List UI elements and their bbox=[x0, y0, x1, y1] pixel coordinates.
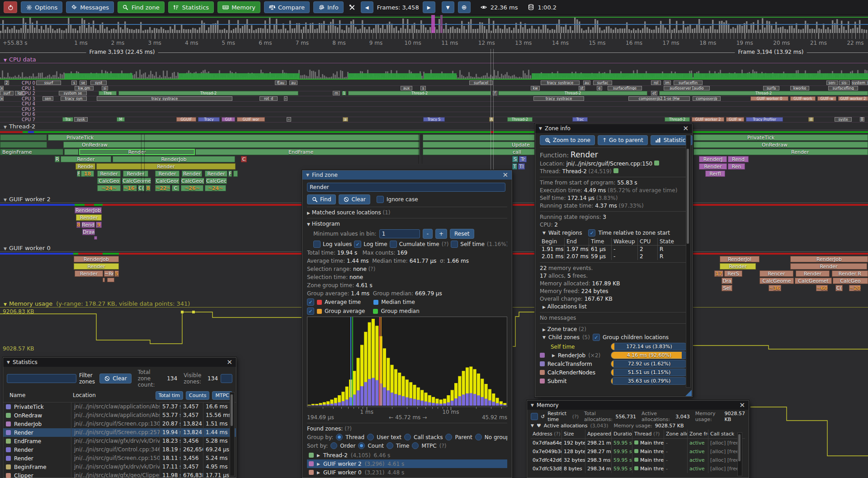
timeline-zone[interactable]: Draw bbox=[82, 229, 95, 235]
timeline-zone[interactable] bbox=[107, 278, 114, 282]
close-icon[interactable]: ✕ bbox=[739, 402, 745, 409]
statistics-table-row[interactable]: OnRedrawjni/../jni/src/claw/application/… bbox=[3, 411, 236, 420]
timeline-zone[interactable]: Dra bbox=[722, 278, 732, 284]
child-zone-row[interactable]: ▶RenderJob(×2)4.16 ms (92.60%) bbox=[540, 351, 688, 360]
alloc-callstack-link[interactable]: [alloc] bbox=[710, 466, 727, 472]
cpu-zone[interactable]: ssurf bbox=[36, 80, 61, 85]
timeline-zone[interactable]: EndFrame bbox=[195, 149, 420, 155]
cpu-zone[interactable]: Tracy S bbox=[423, 117, 445, 122]
bin-plus-button[interactable]: + bbox=[435, 229, 447, 239]
timeline-zone[interactable]: Render bbox=[205, 170, 227, 177]
cpu-zone[interactable]: a bbox=[343, 117, 348, 122]
memory-scrollbar[interactable] bbox=[737, 432, 742, 476]
cpu-zone[interactable]: audioserver [audio bbox=[664, 86, 710, 90]
clear-filter-button[interactable]: Clear bbox=[99, 374, 131, 383]
timeline-zone[interactable]: CalcGec bbox=[206, 178, 227, 184]
timeline-zone[interactable]: Render bbox=[97, 170, 121, 177]
timeline-zone[interactable]: RenderJ bbox=[699, 156, 727, 162]
cpu-zone[interactable]: GUIF worker 2 bbox=[838, 96, 868, 101]
child-zone-row[interactable]: Self time172.14 us (3.83%) bbox=[540, 342, 688, 351]
timeline-zone[interactable]: OnRedraw bbox=[63, 142, 420, 148]
timeline-zone[interactable]: Update bbox=[423, 142, 535, 148]
zone-trace-label[interactable]: Zone trace bbox=[547, 326, 577, 332]
cpu-zone[interactable]: system se bbox=[59, 91, 87, 95]
cpu-zone[interactable]: tracy_systrace bbox=[97, 96, 232, 101]
timeline-zone[interactable]: ~16~ bbox=[123, 185, 137, 191]
timeline-zone[interactable]: R bbox=[55, 156, 60, 162]
timeline-zone[interactable]: OnRedraw bbox=[693, 142, 868, 148]
timeline-zone[interactable] bbox=[0, 134, 47, 141]
cpu-zone[interactable]: 1 bbox=[342, 91, 346, 95]
restrict-time-checkbox[interactable] bbox=[531, 413, 538, 420]
radio-mtpc[interactable] bbox=[412, 442, 419, 449]
cpu-zone[interactable]: kw bbox=[531, 86, 540, 90]
go-to-parent-button[interactable]: ↑Go to parent bbox=[598, 135, 648, 145]
column-header-name[interactable]: Name bbox=[7, 392, 70, 398]
log-values-checkbox[interactable] bbox=[313, 241, 321, 248]
cpu-zone[interactable]: kworke bbox=[790, 86, 809, 90]
cpu-zone[interactable]: surfaceflin bbox=[674, 80, 703, 85]
group-average-checkbox[interactable]: ✓ bbox=[307, 308, 314, 315]
timeline-zone[interactable]: 9 bbox=[96, 222, 102, 228]
statistics-scrollbar[interactable] bbox=[230, 392, 235, 476]
timeline-zone[interactable]: Tr bbox=[519, 156, 527, 162]
timeline-zone[interactable] bbox=[64, 149, 79, 155]
cpu-zone[interactable]: Tracy bbox=[198, 117, 220, 122]
timeline-zone[interactable]: Render bbox=[75, 270, 103, 277]
self-time-checkbox[interactable] bbox=[451, 241, 458, 248]
timeline-zone[interactable]: 18 bbox=[81, 170, 94, 177]
close-icon[interactable]: ✕ bbox=[683, 125, 689, 132]
cpu-zone[interactable]: s bbox=[71, 80, 77, 85]
alloc-callstack-link[interactable]: [alloc] bbox=[710, 449, 727, 454]
ignore-case-checkbox[interactable] bbox=[377, 196, 384, 203]
cpu-zone[interactable]: il bbox=[808, 117, 814, 122]
timeline-zone[interactable]: C bbox=[241, 156, 247, 162]
timeline-zone[interactable]: 17 bbox=[714, 270, 723, 277]
column-header-zone-free[interactable]: Zone free bbox=[687, 430, 708, 438]
cpu-zone[interactable]: Thread-2 bbox=[659, 91, 868, 95]
zone-location[interactable]: jni/../jni/src/guif/Screen.cpp:150 bbox=[566, 161, 653, 167]
timeline-zone[interactable]: ~36~ bbox=[769, 285, 781, 291]
cpu-zone[interactable]: GUIF-w bbox=[817, 96, 836, 101]
cpu-zone[interactable]: composer@ bbox=[693, 96, 721, 101]
timeline-zone[interactable]: Rend bbox=[728, 156, 749, 162]
filter-zones-input[interactable] bbox=[7, 374, 76, 383]
allocation-row[interactable]: 0x7dfc53d8988 bytes298.34 ms59.95 sMain … bbox=[531, 464, 745, 473]
timeline-zone[interactable]: Rencer bbox=[760, 270, 793, 277]
find-zone-histogram[interactable] bbox=[307, 317, 507, 407]
cpu-zone[interactable]: au bbox=[583, 80, 590, 85]
timeline-zone[interactable]: Render bbox=[79, 149, 195, 155]
statistics-table-row[interactable]: BeginFramejni/../jni/src/claw/gfx/drv/vk… bbox=[3, 463, 236, 471]
timeline-zone[interactable]: Render bbox=[790, 263, 867, 270]
cpu-zone[interactable]: im bbox=[664, 80, 671, 85]
expand-icon[interactable]: ▶ bbox=[542, 327, 546, 332]
resize-handle[interactable] bbox=[685, 390, 692, 396]
statistics-panel-titlebar[interactable]: ▼ Statistics ✕ bbox=[3, 358, 236, 367]
zone-info-scrollbar[interactable] bbox=[686, 135, 691, 388]
timeline-zone[interactable]: 8 bbox=[76, 222, 80, 228]
timeline-zone[interactable]: Render bbox=[182, 170, 202, 177]
timeline-zone[interactable]: CalcGeo bbox=[97, 178, 121, 184]
collapse-icon[interactable]: ▼ bbox=[531, 423, 534, 428]
bin-minus-button[interactable]: - bbox=[423, 229, 433, 239]
cpu-zone[interactable]: composer@2.1-se (Hw bbox=[628, 96, 690, 101]
timeline-zone[interactable]: Tl bbox=[518, 163, 525, 170]
column-header-total-time[interactable]: Total tim bbox=[156, 391, 183, 400]
cpu-zone[interactable]: syste bbox=[835, 117, 852, 122]
timeline-zone[interactable]: ~26~ bbox=[181, 185, 203, 191]
radio-parent[interactable] bbox=[445, 434, 452, 440]
timeline-zone[interactable] bbox=[103, 278, 105, 282]
cpu-zone[interactable]: surfac bbox=[593, 80, 612, 85]
collapse-icon[interactable]: ▼ bbox=[531, 403, 534, 407]
cpu-zone[interactable]: GUIF wor bbox=[237, 117, 265, 122]
timeline-zone[interactable]: ~20~ bbox=[849, 285, 861, 291]
timeline-zone[interactable]: F bbox=[228, 170, 232, 177]
child-zone-row[interactable]: Submit35.63 us (0.79%) bbox=[540, 377, 688, 385]
zoom-to-zone-button[interactable]: Zoom to zone bbox=[540, 135, 595, 145]
collapse-icon[interactable]: ▼ bbox=[542, 231, 546, 235]
timeline-zone[interactable]: C bbox=[172, 185, 179, 191]
timeline-zone[interactable]: RenderJob bbox=[113, 156, 235, 162]
column-header-duration[interactable]: Duration bbox=[611, 430, 632, 438]
memory-panel-titlebar[interactable]: ▼ Memory ✕ bbox=[527, 401, 749, 410]
child-zone-row[interactable]: CalcRenderNodes51.51 us (1.15%) bbox=[540, 368, 688, 377]
